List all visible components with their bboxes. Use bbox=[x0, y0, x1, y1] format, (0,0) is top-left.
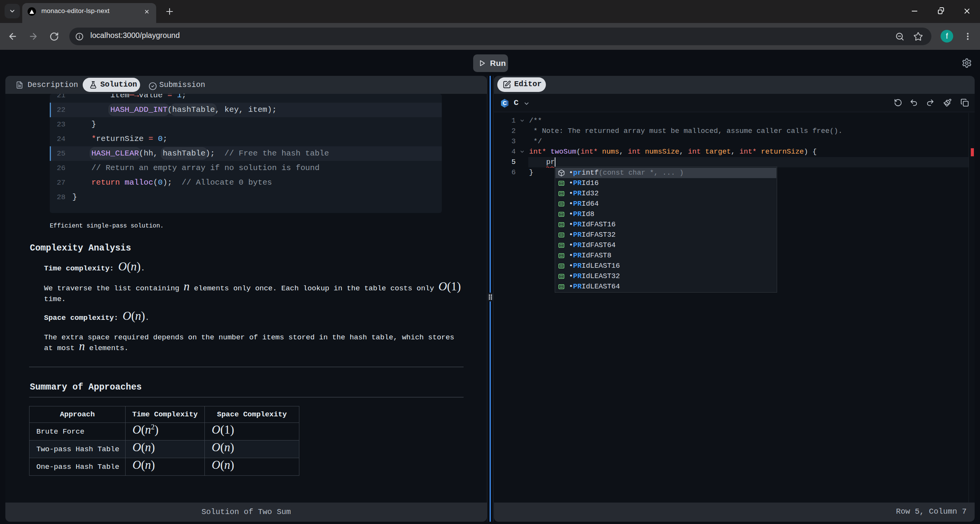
svg-text:C: C bbox=[503, 100, 507, 106]
